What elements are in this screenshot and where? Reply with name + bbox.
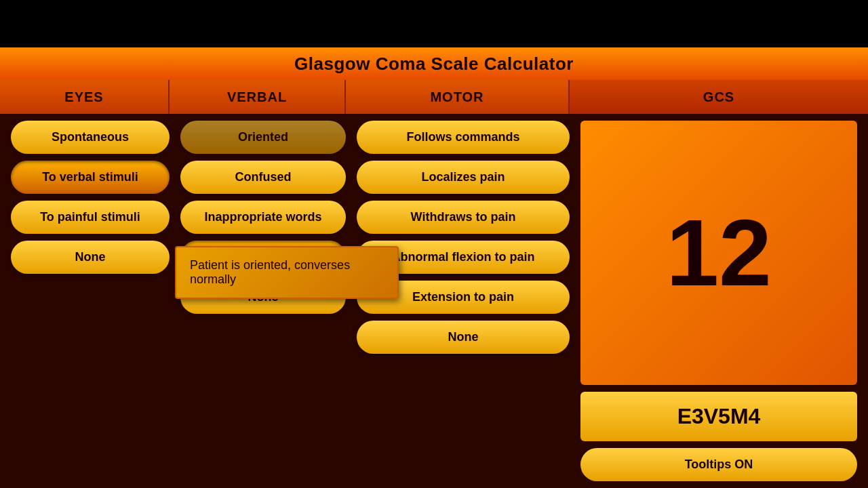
eyes-column: Spontaneous To verbal stimuli To painful… [5, 121, 175, 481]
gcs-code-value: E3V5M4 [677, 404, 761, 429]
top-black-bar [0, 0, 868, 47]
gcs-score-display: 12 [580, 121, 857, 385]
verbal-column: Oriented Confused Inappropriate words No… [175, 121, 351, 481]
eyes-pain-button[interactable]: To painful stimuli [11, 201, 170, 234]
motor-withdraws-button[interactable]: Withdraws to pain [357, 201, 570, 234]
verbal-confused-button[interactable]: Confused [180, 161, 346, 194]
gcs-panel: 12 E3V5M4 Tooltips ON [575, 121, 863, 481]
eyes-spontaneous-button[interactable]: Spontaneous [11, 121, 170, 154]
verbal-inappropriate-button[interactable]: Inappropriate words [180, 201, 346, 234]
eyes-verbal-button[interactable]: To verbal stimuli [11, 161, 170, 194]
motor-header: MOTOR [346, 80, 570, 114]
tooltip-popup: Patient is oriented, converses normally [175, 246, 399, 299]
title-bar: Glasgow Coma Scale Calculator [0, 47, 868, 80]
verbal-oriented-button[interactable]: Oriented [180, 121, 346, 154]
eyes-header: EYES [0, 80, 170, 114]
tooltip-text: Patient is oriented, converses normally [190, 258, 350, 286]
tooltips-label: Tooltips ON [685, 458, 753, 472]
app-title: Glasgow Coma Scale Calculator [294, 54, 574, 75]
motor-follows-button[interactable]: Follows commands [357, 121, 570, 154]
eyes-none-button[interactable]: None [11, 241, 170, 274]
gcs-header: GCS [570, 80, 868, 114]
gcs-score-value: 12 [666, 205, 772, 300]
column-headers: EYES VERBAL MOTOR GCS [0, 80, 868, 114]
motor-none-button[interactable]: None [357, 321, 570, 354]
motor-localizes-button[interactable]: Localizes pain [357, 161, 570, 194]
main-content: Spontaneous To verbal stimuli To painful… [0, 114, 868, 488]
gcs-code-display: E3V5M4 [580, 392, 857, 441]
verbal-header: VERBAL [170, 80, 346, 114]
motor-column: Follows commands Localizes pain Withdraw… [351, 121, 575, 481]
tooltips-toggle-button[interactable]: Tooltips ON [580, 448, 857, 481]
